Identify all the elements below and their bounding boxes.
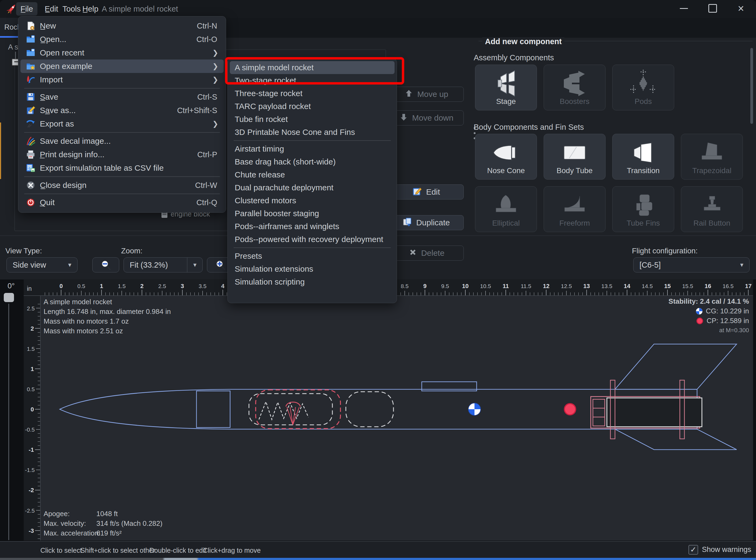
- nose-cone-icon: [475, 138, 537, 167]
- submenu-item-simulation-scripting[interactable]: Simulation scripting: [230, 275, 394, 288]
- delete-button[interactable]: Delete: [389, 245, 464, 261]
- submenu-item-3d-printable-nose-cone-and-fins[interactable]: 3D Printable Nose Cone and Fins: [230, 126, 394, 139]
- boosters-icon: [544, 69, 605, 98]
- open-folder-icon: [25, 48, 36, 57]
- edit-button[interactable]: Edit: [389, 184, 464, 200]
- new-file-icon: [25, 21, 36, 31]
- submenu-item-simulation-extensions[interactable]: Simulation extensions: [230, 262, 394, 275]
- svg-text:0.5: 0.5: [27, 386, 35, 392]
- design-mass-empty: Mass with no motors 1.7 oz: [44, 317, 129, 325]
- submenu-item-clustered-motors[interactable]: Clustered motors: [230, 194, 394, 207]
- maximize-button[interactable]: [700, 0, 725, 17]
- hint-double-click-to-edit: Double-click to edit: [149, 546, 206, 554]
- submenu-item-chute-release[interactable]: Chute release: [230, 168, 394, 181]
- component-button-elliptical[interactable]: Elliptical: [475, 186, 537, 232]
- zoom-out-button[interactable]: [92, 257, 119, 273]
- menu-item-open-example[interactable]: Open example❯: [20, 60, 224, 73]
- menu-item-new[interactable]: N̲ewCtrl-N: [20, 19, 224, 33]
- submenu-item-pods-powered-with-recovery-deployment[interactable]: Pods--powered with recovery deployment: [230, 233, 394, 246]
- show-warnings-checkbox[interactable]: ✓: [689, 545, 698, 555]
- menu-accelerator: Ctrl-S: [197, 93, 217, 101]
- submenu-item-tarc-payload-rocket[interactable]: TARC payload rocket: [230, 100, 394, 113]
- chevron-down-icon: ▼: [187, 262, 202, 268]
- menu-item-export-simulation-table-as-csv-file[interactable]: Export simulation table as CSV file: [20, 161, 224, 175]
- design-mass-motors: Mass with motors 2.51 oz: [44, 327, 123, 335]
- motor: [607, 398, 702, 427]
- minimize-button[interactable]: [672, 0, 696, 17]
- svg-text:4: 4: [221, 283, 225, 289]
- move-up-button[interactable]: Move up: [389, 87, 464, 102]
- menu-separator: [24, 132, 220, 133]
- close-button[interactable]: ×: [729, 0, 753, 17]
- svg-text:11.5: 11.5: [521, 283, 531, 289]
- minimize-icon: [680, 8, 688, 9]
- submenu-item-airstart-timing[interactable]: Airstart timing: [230, 142, 394, 155]
- submenu-item-parallel-booster-staging[interactable]: Parallel booster staging: [230, 207, 394, 220]
- submenu-item-pods-airframes-and-winglets[interactable]: Pods--airframes and winglets: [230, 220, 394, 233]
- menu-item-quit[interactable]: Q̲uitCtrl-Q: [20, 196, 224, 209]
- submenu-item-tube-fin-rocket[interactable]: Tube fin rocket: [230, 113, 394, 126]
- window-title: A simple model rocket: [102, 2, 178, 16]
- duplicate-icon: [403, 217, 412, 228]
- import-icon: [25, 75, 36, 84]
- component-button-freeform[interactable]: Freeform: [544, 186, 606, 232]
- submenu-item-a-simple-model-rocket[interactable]: A simple model rocket: [230, 61, 394, 74]
- zoom-dropdown[interactable]: Fit (33.2%) ▼: [124, 257, 203, 273]
- design-length: Length 16.748 in, max. diameter 0.984 in: [44, 307, 171, 316]
- component-button-rail-button[interactable]: Rail Button: [681, 186, 743, 232]
- rotation-slider-handle[interactable]: [4, 293, 14, 302]
- hint-click-drag-to-move: Click+drag to move: [203, 546, 261, 554]
- svg-text:2.5: 2.5: [27, 305, 35, 312]
- move-down-button[interactable]: Move down: [389, 111, 464, 125]
- duplicate-button[interactable]: Duplicate: [389, 215, 464, 230]
- zoom-in-icon: [214, 259, 226, 271]
- menu-item-export-as[interactable]: Export as❯: [20, 117, 224, 131]
- svg-text:1.5: 1.5: [118, 283, 126, 289]
- submenu-item-presets[interactable]: Presets: [230, 249, 394, 262]
- stat-value-max-velocity: 314 ft/s (Mach 0.282): [96, 519, 163, 528]
- view-type-label: View Type:: [5, 247, 42, 255]
- svg-text:13.5: 13.5: [601, 283, 612, 289]
- ruler-unit-label: in: [27, 285, 32, 292]
- menu-item-open-recent[interactable]: Open recent❯: [20, 46, 224, 60]
- menu-item-print-design-info[interactable]: P̲rint design info...Ctrl-P: [20, 148, 224, 161]
- component-panel-scrollbar[interactable]: [750, 48, 753, 124]
- menu-accelerator: Ctrl-Q: [197, 198, 217, 207]
- svg-text:2: 2: [31, 325, 34, 332]
- menu-item-close-design[interactable]: C̲lose designCtrl-W: [20, 179, 224, 192]
- flight-configuration-dropdown[interactable]: [C6-5] ▼: [633, 257, 750, 273]
- component-button-trapezoidal[interactable]: Trapezoidal: [681, 134, 743, 180]
- component-button-tube-fins[interactable]: Tube Fins: [612, 186, 674, 232]
- quit-icon: [25, 198, 36, 207]
- submenu-item-base-drag-hack-short-wide[interactable]: Base drag hack (short-wide): [230, 155, 394, 168]
- save-icon: [25, 92, 36, 101]
- submenu-item-two-stage-rocket[interactable]: Two-stage rocket: [230, 74, 394, 87]
- submenu-item-three-stage-rocket[interactable]: Three-stage rocket: [230, 87, 394, 100]
- rocket-design-canvas[interactable]: 00.511.522.533.544.555.566.577.588.599.5…: [24, 279, 753, 541]
- component-button-nose-cone[interactable]: Nose Cone: [475, 134, 537, 180]
- maximize-icon: [708, 4, 717, 13]
- tube-fins-icon: [613, 191, 674, 220]
- menubar-item-file[interactable]: F̲ile: [16, 2, 37, 16]
- svg-text:12: 12: [543, 283, 549, 289]
- menu-accelerator: Ctrl-W: [195, 181, 217, 190]
- transition-icon: [613, 138, 674, 167]
- close-icon: ×: [738, 3, 744, 14]
- menu-item-save-as[interactable]: Sa̲ve as...Ctrl+Shift-S: [20, 104, 224, 117]
- stability-text: Stability: 2.4 cal / 14.1 %: [669, 297, 749, 305]
- rotation-slider-track[interactable]: [8, 304, 9, 540]
- component-button-transition[interactable]: Transition: [612, 134, 674, 180]
- menubar-item-help[interactable]: H̲elp: [78, 2, 103, 16]
- menu-item-import[interactable]: Import❯: [20, 73, 224, 86]
- menu-accelerator: Ctrl-N: [197, 22, 217, 31]
- arrow-up-icon: [404, 89, 413, 100]
- menu-item-save[interactable]: S̲aveCtrl-S: [20, 90, 224, 104]
- menu-item-open[interactable]: O̲pen...Ctrl-O: [20, 33, 224, 46]
- submenu-item-dual-parachute-deployment[interactable]: Dual parachute deployment: [230, 181, 394, 194]
- component-button-pods[interactable]: Pods: [612, 65, 674, 111]
- component-button-boosters[interactable]: Boosters: [544, 65, 606, 111]
- view-type-dropdown[interactable]: Side view ▼: [6, 257, 78, 273]
- component-button-body-tube[interactable]: Body Tube: [544, 134, 606, 180]
- menu-item-save-decal-image[interactable]: Save decal image...: [20, 134, 224, 148]
- component-button-stage[interactable]: Stage: [475, 65, 537, 111]
